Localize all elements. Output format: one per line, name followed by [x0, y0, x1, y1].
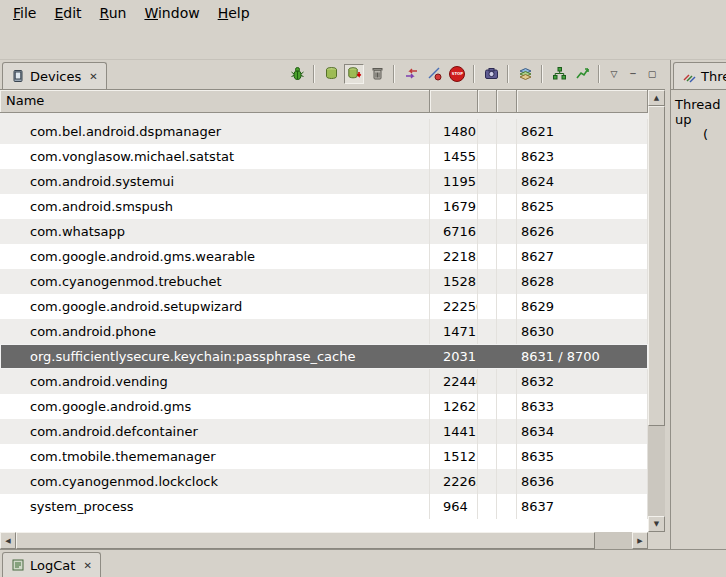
method-profiling-icon[interactable]	[424, 64, 444, 84]
table-row[interactable]: com.bel.android.dspmanager14808621	[0, 119, 648, 144]
scroll-left-button[interactable]: ◀	[0, 532, 16, 549]
cell-process-name: system_process	[0, 494, 430, 519]
table-row[interactable]: com.tmobile.thememanager15128635	[0, 444, 648, 469]
cell-col4	[497, 219, 517, 244]
cell-port: 8624	[517, 169, 648, 194]
cell-pid: 22250	[430, 294, 478, 319]
cell-pid: 20311	[430, 344, 478, 369]
main-toolbar	[0, 26, 726, 60]
cell-col3	[478, 469, 497, 494]
threads-icon	[681, 69, 696, 84]
update-threads-icon[interactable]	[401, 64, 421, 84]
tab-logcat[interactable]: LogCat ✕	[2, 552, 101, 577]
table-row[interactable]: com.cyanogenmod.trebuchet15288628	[0, 269, 648, 294]
cell-col3	[478, 144, 497, 169]
tab-logcat-label: LogCat	[30, 558, 75, 573]
screen-capture-icon[interactable]	[481, 64, 501, 84]
column-header-col3[interactable]	[478, 90, 497, 113]
cell-port: 8627	[517, 244, 648, 269]
cause-gc-icon[interactable]	[367, 64, 387, 84]
layers-icon[interactable]	[515, 64, 535, 84]
horizontal-scroll-track[interactable]	[16, 532, 632, 549]
table-row[interactable]: org.sufficientlysecure.keychain:passphra…	[0, 344, 648, 369]
cell-process-name: com.cyanogenmod.trebuchet	[0, 269, 430, 294]
view-menu-chevron-icon[interactable]: ▽	[606, 66, 622, 82]
cell-pid: 964	[430, 494, 478, 519]
stop-process-icon[interactable]: STOP	[447, 64, 467, 84]
minimize-icon[interactable]: ─	[625, 66, 641, 82]
tab-devices-label: Devices	[30, 69, 81, 84]
table-row[interactable]: com.whatsapp67168626	[0, 219, 648, 244]
horizontal-scroll-thumb[interactable]	[16, 532, 595, 549]
horizontal-scrollbar[interactable]: ◀ ▶	[0, 532, 648, 549]
column-header-col4[interactable]	[497, 90, 517, 113]
table-row[interactable]: system_process9648637	[0, 494, 648, 519]
tab-devices[interactable]: Devices ✕	[2, 62, 107, 89]
update-heap-icon[interactable]	[321, 64, 341, 84]
maximize-icon[interactable]: ▢	[644, 66, 660, 82]
tree-view-icon[interactable]	[549, 64, 569, 84]
cell-col4	[497, 119, 517, 144]
scrollbar-corner	[648, 532, 665, 549]
table-row[interactable]: com.google.android.setupwizard222508629	[0, 294, 648, 319]
cell-col3	[478, 194, 497, 219]
table-row[interactable]: com.google.android.gms126238633	[0, 394, 648, 419]
cell-process-name: com.google.android.gms.wearable	[0, 244, 430, 269]
scroll-down-button[interactable]: ▼	[648, 516, 665, 532]
cell-process-name: com.bel.android.dspmanager	[0, 119, 430, 144]
close-icon[interactable]: ✕	[82, 560, 92, 571]
menu-item-help[interactable]: Help	[209, 1, 259, 25]
table-row[interactable]: com.vonglasow.michael.satstat145538623	[0, 144, 648, 169]
dump-hprof-icon[interactable]	[344, 64, 364, 84]
table-row[interactable]: com.android.smspush16798625	[0, 194, 648, 219]
cell-process-name: com.google.android.setupwizard	[0, 294, 430, 319]
column-header-port[interactable]	[517, 90, 648, 113]
cell-col4	[497, 419, 517, 444]
vertical-scroll-track[interactable]	[648, 106, 665, 516]
menu-bar: FileEditRunWindowHelp	[0, 0, 726, 26]
table-row[interactable]: com.android.defcontainer144118634	[0, 419, 648, 444]
debug-process-icon[interactable]	[287, 64, 307, 84]
cell-col4	[497, 169, 517, 194]
table-row[interactable]: com.cyanogenmod.lockclock222658636	[0, 469, 648, 494]
cell-pid: 1679	[430, 194, 478, 219]
stop-label: STOP	[451, 71, 462, 75]
table-row[interactable]: com.google.android.gms.wearable221858627	[0, 244, 648, 269]
cell-col3	[478, 494, 497, 519]
cell-port: 8630	[517, 319, 648, 344]
scroll-up-button[interactable]: ▲	[648, 90, 665, 106]
menu-item-run[interactable]: Run	[91, 1, 136, 25]
column-header-name[interactable]: Name	[0, 90, 430, 113]
menu-item-window[interactable]: Window	[135, 1, 208, 25]
scroll-right-button[interactable]: ▶	[632, 532, 648, 549]
cell-col3	[478, 394, 497, 419]
toolbar-separator	[598, 65, 600, 83]
cell-col3	[478, 294, 497, 319]
table-row[interactable]: com.android.phone14718630	[0, 319, 648, 344]
chart-icon[interactable]	[572, 64, 592, 84]
table-row[interactable]: com.android.vending224408632	[0, 369, 648, 394]
cell-process-name: com.cyanogenmod.lockclock	[0, 469, 430, 494]
cell-port: 8634	[517, 419, 648, 444]
column-header-pid[interactable]	[430, 90, 478, 113]
vertical-scrollbar[interactable]: ▲ ▼	[648, 90, 665, 532]
application-window: FileEditRunWindowHelp Devices ✕	[0, 0, 726, 577]
cell-col4	[497, 319, 517, 344]
cell-col4	[497, 369, 517, 394]
threads-tabbar: Threads	[671, 60, 726, 90]
close-icon[interactable]: ✕	[88, 71, 98, 82]
vertical-scroll-thumb[interactable]	[648, 106, 665, 426]
cell-col3	[478, 344, 497, 369]
cell-pid: 14553	[430, 144, 478, 169]
cell-port: 8633	[517, 394, 648, 419]
cell-col4	[497, 194, 517, 219]
menu-item-file[interactable]: File	[4, 1, 45, 25]
devices-tabbar: Devices ✕	[0, 60, 665, 90]
cell-col4	[497, 394, 517, 419]
cell-pid: 1528	[430, 269, 478, 294]
tab-threads[interactable]: Threads	[673, 62, 726, 89]
menu-item-edit[interactable]: Edit	[45, 1, 90, 25]
cell-col4	[497, 344, 517, 369]
table-row[interactable]: com.android.systemui11958624	[0, 169, 648, 194]
cell-port: 8629	[517, 294, 648, 319]
